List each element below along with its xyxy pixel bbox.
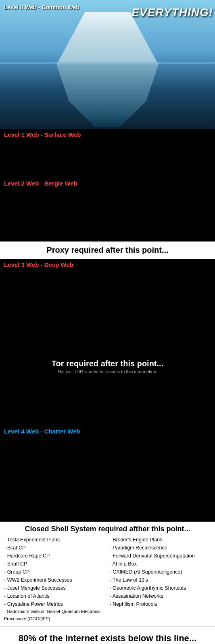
iceberg-below-water: [43, 62, 172, 127]
list-item: Let Me Watch This: [110, 213, 211, 221]
list-item: Hidden Wiki: [4, 453, 106, 461]
list-item: Light CP: [4, 287, 106, 295]
list-item: Forward Derivatal Supercomputation: [110, 552, 211, 560]
list-item: MYSQL Databases: [145, 157, 211, 165]
eighty-percent-section: 80% of the Internet exists below this li…: [0, 626, 215, 644]
tor-header-text: Tor required after this point...: [4, 359, 211, 368]
list-item: Headhunters: [110, 445, 211, 453]
list-item: Most of the Black Market: [110, 510, 211, 518]
list-item: Jailbait Porn: [4, 221, 106, 229]
list-item: Reddit: [4, 140, 70, 149]
list-item: Group CP: [4, 568, 106, 576]
level1-col1: Reddit Dig Temp Email Services Newground…: [4, 140, 70, 173]
tor-sub-text: Not just TOR is used for access to this …: [4, 369, 211, 374]
list-item: Hacking Groups FTP: [4, 388, 106, 396]
list-item: Cosmologists/MIT: [110, 413, 211, 421]
list-item: Nephilism Protocols: [110, 600, 211, 608]
proxy-text: Proxy required after this point...: [46, 246, 168, 254]
list-item: AI in a Box: [110, 560, 211, 568]
list-item: RSC: [110, 197, 211, 205]
tor-section: Eliza Data Information Hacking Groups FT…: [0, 378, 215, 425]
list-item: Foreign Social Networks: [74, 149, 140, 157]
list-item: Freehive: [110, 205, 211, 213]
list-item: XSS Worm Scripting: [110, 303, 211, 311]
level4-content: Hardcandy Onion IB Hidden Wiki Candycane…: [4, 437, 211, 518]
closed-shell-header: Closed Shell System required afther this…: [4, 525, 211, 533]
list-item: The Law of 13's: [110, 576, 211, 584]
list-item: Heavy Jailbait: [4, 279, 106, 287]
list-item: Broder's Engine Plans: [110, 536, 211, 544]
list-item: College Campuses: [145, 165, 211, 173]
level2-section: Level 2 Web - Bergie Web FTP Servers Goo…: [0, 178, 215, 242]
list-item: Shell Networking: [110, 396, 211, 405]
level1-content: Reddit Dig Temp Email Services Newground…: [4, 140, 211, 173]
list-item: Illegal Games Hunters: [110, 461, 211, 469]
list-item: 4chan: [110, 189, 211, 197]
level1-section: Level 1 Web - Surface Web Reddit Dig Tem…: [0, 129, 215, 177]
list-item: Onion IB: [4, 445, 106, 453]
tor-col2: Microsoft Data Secure Networks Assembly …: [110, 380, 211, 421]
closed-shell-section: Closed Shell System required afther this…: [0, 522, 215, 626]
list-item: Assasination Networks: [110, 592, 211, 600]
list-item: Questionable Visual Materials: [4, 493, 106, 502]
list-item: Sex Tapes: [4, 303, 106, 311]
list-item: Banned Videos: [4, 469, 106, 477]
level1-col3: Human Intel Tasks Web Hosting MYSQL Data…: [145, 140, 211, 173]
list-item: Scat CP: [4, 544, 106, 552]
list-item: Location of Atlantis: [4, 592, 106, 600]
level1-col2: Vampire Freaks Foreign Social Networks: [74, 140, 140, 173]
closed-shell-col1: Tesla Experiment Plans Scat CP Hardcore …: [4, 536, 106, 622]
list-item: Paradigm Recalescence: [110, 544, 211, 552]
list-item: Snuff CP: [4, 560, 106, 568]
level2-content: FTP Servers Google Locked Results Honeyp…: [4, 189, 211, 237]
list-item: Vampire Freaks: [74, 140, 140, 149]
tor-col1: Eliza Data Information Hacking Groups FT…: [4, 380, 106, 421]
level3-col1: "On the Vanilla" Sources Heavy Jailbait …: [4, 270, 106, 351]
level4-wrap: Level 4 Web - Charter Web Hardcandy Onio…: [0, 425, 215, 522]
list-item: Celebrity Scandals: [4, 311, 106, 319]
list-item: Human Intel Tasks: [145, 140, 211, 149]
level4-header: Level 4 Web - Charter Web: [4, 428, 211, 435]
closed-shell-col2: Broder's Engine Plans Paradigm Recalesce…: [110, 536, 211, 622]
level3-section: Level 3 Web - Deep Web "On the Vanilla" …: [0, 259, 215, 355]
list-item: Corporate Exchange: [110, 493, 211, 502]
everything-title: EVERYTHING!: [132, 6, 213, 19]
level3-header: Level 3 Web - Deep Web: [4, 261, 211, 268]
level4-section: Level 4 Web - Charter Web Hardcandy Onio…: [0, 425, 215, 522]
list-item: WW2 Experiment Successes: [4, 576, 106, 584]
list-item: CAIMEO (AI Superintelligence): [110, 568, 211, 576]
list-item: Newgrounds: [4, 165, 70, 173]
list-item: Multi-Billion Dollar Deals: [110, 502, 211, 510]
list-item: "On the Vanilla" Sources: [4, 270, 106, 279]
list-item: Mathmatics Research: [110, 319, 211, 327]
list-item: Post Date Generation: [4, 413, 106, 421]
list-item: Virus Information: [4, 343, 106, 351]
list-item: Candycane: [4, 461, 106, 469]
list-item: Script Kiddies: [4, 335, 106, 343]
list-item: VIP Gossip: [4, 319, 106, 327]
closed-shell-content: Tesla Experiment Plans Scat CP Hardcore …: [4, 536, 211, 622]
list-item: Data Analysis: [4, 405, 106, 413]
list-item: Dig: [4, 149, 70, 157]
list-item: Visual Processing: [110, 335, 211, 343]
level0-label: Level 0 Web - Common Web: [4, 4, 79, 10]
list-item: Temp Email Services: [4, 157, 70, 165]
list-item: Most of the Internet: [4, 229, 106, 237]
list-item: Honeypots: [4, 205, 106, 213]
list-item: FTP Servers (Specific): [110, 311, 211, 319]
list-item: Hardcore Rape CP: [4, 552, 106, 560]
level3-col2: FOIE Archives Suicides Raid Information …: [110, 270, 211, 351]
level3-content: "On the Vanilla" Sources Heavy Jailbait …: [4, 270, 211, 351]
iceberg-above-water: [51, 12, 164, 64]
list-item: Google Locked Results: [4, 197, 106, 205]
list-item: Virtual Reality (Specific): [110, 343, 211, 351]
tor-content: Eliza Data Information Hacking Groups FT…: [4, 380, 211, 421]
list-item: Human Trafficking: [110, 485, 211, 493]
list-item: FTP Servers: [4, 189, 106, 197]
list-item: Assassination Box: [110, 437, 211, 445]
list-item: Eliza Data Information: [4, 380, 106, 388]
tor-separator: Tor required after this point... Not jus…: [0, 355, 215, 378]
iceberg-header: Level 0 Web - Common Web EVERYTHING!: [0, 0, 215, 129]
list-item: Geometric Algorthymic Shortcuts: [110, 584, 211, 592]
list-item: Streams Videos: [110, 221, 211, 229]
